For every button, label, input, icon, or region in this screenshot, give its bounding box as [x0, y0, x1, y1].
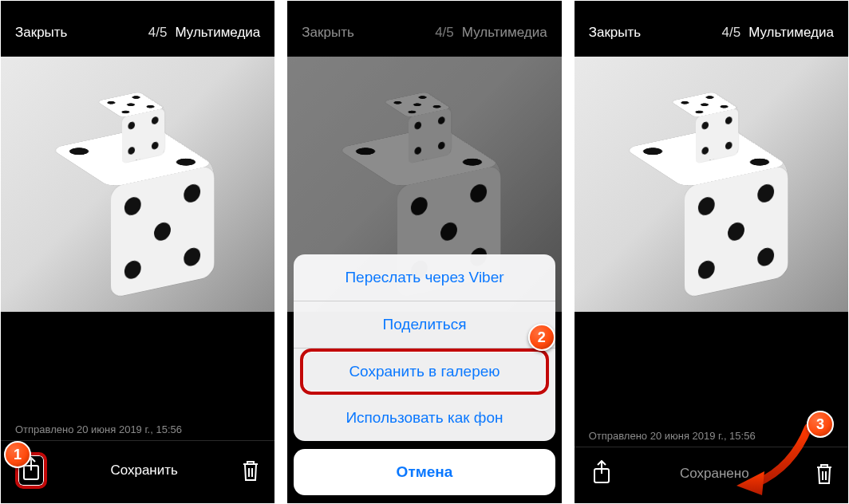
viewer-topbar: Закрыть 4/5 Мультимедиа — [287, 1, 561, 57]
step-badge-3: 3 — [807, 411, 834, 438]
viewer-bottombar: Сохранено — [575, 447, 848, 503]
dice-big — [81, 145, 184, 278]
media-counter: 4/5 — [148, 25, 168, 41]
step-badge-2: 2 — [528, 324, 555, 351]
share-icon — [592, 460, 611, 484]
dice-small — [109, 100, 152, 155]
step-badge-1: 1 — [4, 441, 31, 468]
sheet-share[interactable]: Поделиться — [294, 301, 555, 348]
viewer-topbar: Закрыть 4/5 Мультимедиа — [575, 1, 848, 57]
sheet-save-to-gallery[interactable]: Сохранить в галерею — [300, 348, 548, 395]
delete-button[interactable] — [815, 463, 834, 485]
screenshot-step-1: Закрыть 4/5 Мультимедиа — [1, 1, 274, 503]
trash-icon — [241, 459, 260, 482]
trash-icon — [815, 463, 834, 485]
sheet-forward-viber[interactable]: Переслать через Viber — [294, 254, 555, 301]
viewer-topbar: Закрыть 4/5 Мультимедиа — [1, 1, 274, 57]
media-photo[interactable] — [575, 57, 848, 312]
screenshot-step-2: Закрыть 4/5 Мультимедиа — [287, 1, 561, 503]
close-button[interactable]: Закрыть — [15, 25, 67, 41]
multimedia-button[interactable]: Мультимедиа — [175, 25, 260, 41]
action-sheet: Переслать через Viber Поделиться Сохрани… — [287, 246, 561, 503]
media-counter: 4/5 — [435, 25, 454, 41]
close-button[interactable]: Закрыть — [302, 25, 353, 41]
screenshot-step-3: Закрыть 4/5 Мультимедиа — [575, 1, 848, 503]
media-photo[interactable] — [1, 57, 274, 312]
sheet-use-as-wallpaper[interactable]: Использовать как фон — [294, 395, 555, 441]
multimedia-button[interactable]: Мультимедиа — [748, 25, 834, 41]
sent-timestamp: Отправлено 20 июня 2019 г., 15:56 — [1, 423, 274, 441]
sent-timestamp: Отправлено 20 июня 2019 г., 15:56 — [575, 430, 848, 447]
save-button[interactable]: Сохранить — [110, 463, 177, 478]
delete-button[interactable] — [241, 459, 260, 482]
sheet-cancel[interactable]: Отмена — [294, 449, 555, 495]
multimedia-button[interactable]: Мультимедиа — [462, 25, 547, 41]
media-counter: 4/5 — [721, 25, 740, 41]
saved-status-label: Сохранено — [680, 466, 749, 482]
share-button[interactable] — [589, 459, 614, 489]
viewer-bottombar: Сохранить — [1, 441, 274, 503]
close-button[interactable]: Закрыть — [589, 25, 641, 41]
